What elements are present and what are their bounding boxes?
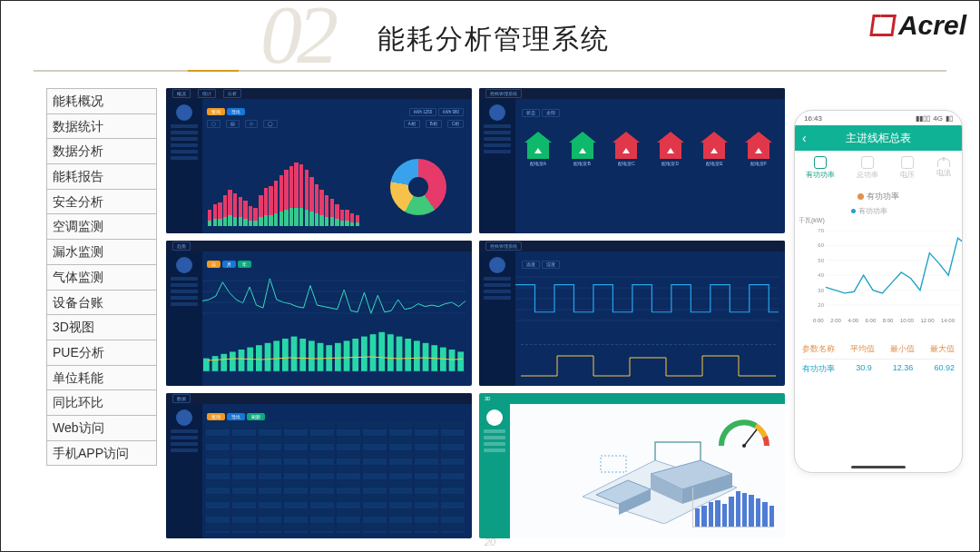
svg-text:40: 40: [818, 272, 824, 278]
screenshot-3d-view: 3D: [479, 393, 785, 538]
svg-text:20: 20: [818, 302, 824, 308]
slide-header: 02 能耗分析管理系统 Acrel: [1, 1, 979, 75]
house-icon: [524, 132, 552, 159]
menu-item: PUE分析: [46, 340, 157, 366]
menu-item: 能耗概况: [46, 89, 157, 114]
house-icon: [657, 132, 684, 159]
slide-number: 20: [485, 537, 495, 547]
screenshot-sidebar: [166, 99, 202, 233]
back-icon[interactable]: ‹: [802, 131, 807, 145]
stacked-bar-chart: [208, 163, 359, 226]
chart-series-legend: 有功功率: [795, 206, 962, 216]
menu-item: 手机APP访问: [46, 441, 157, 467]
slide: 02 能耗分析管理系统 Acrel 能耗概况 数据统计 数据分析 能耗报告 安全…: [0, 0, 980, 552]
svg-rect-0: [202, 271, 466, 324]
screenshot-room-status: 在线管理系统 状态全部 配电室A 配电室B 配电室C 配电室D 配电室E 配电室…: [479, 88, 785, 233]
phone-tabs: 有功功率 总功率 电压 电流: [795, 151, 962, 187]
menu-item: 数据统计: [46, 114, 157, 140]
screenshot-energy-overview: 概况统计分析 查询导出 kWh 1250kWh 980 ▢▤◇◯ A相B相C相: [166, 88, 472, 233]
phone-tab[interactable]: 电压: [900, 156, 915, 182]
status-time: 16:43: [804, 114, 822, 123]
menu-item: 安全分析: [46, 190, 157, 215]
brand-mark-icon: [869, 15, 896, 36]
network-label: 4G: [933, 114, 943, 123]
step-line-chart: [515, 271, 781, 333]
brand-name: Acrel: [898, 10, 966, 41]
svg-text:60: 60: [818, 242, 824, 248]
svg-text:50: 50: [818, 258, 824, 263]
menu-item: 空调监测: [46, 214, 157, 240]
svg-line-48: [744, 429, 757, 446]
menu-item: 设备台账: [46, 291, 157, 316]
dot-icon: [851, 209, 856, 213]
battery-icon: ▮▯: [946, 114, 953, 123]
data-table: [206, 422, 465, 533]
menu-item: 气体监测: [46, 265, 157, 291]
phone-tab[interactable]: 总功率: [857, 156, 878, 182]
dot-icon: [858, 193, 864, 200]
screenshot-data-table: 数据 查询导出刷新: [166, 393, 472, 538]
mini-bar-chart: [692, 488, 774, 527]
menu-item: 漏水监测: [46, 240, 157, 265]
home-indicator: [851, 466, 906, 468]
gauge-chart: [716, 415, 772, 451]
donut-chart: [390, 159, 446, 215]
tab-icon: [937, 158, 950, 167]
menu-item: 同比环比: [46, 390, 157, 416]
phone-stats-table: 参数名称 平均值 最小值 最大值 有功功率 30.9 12.36 60.92: [802, 340, 955, 379]
svg-text:70: 70: [818, 228, 824, 233]
tab-icon: [814, 156, 827, 169]
svg-text:30: 30: [818, 288, 824, 293]
phone-status-bar: 16:43 ▮▮▯▯ 4G ▮▯: [795, 111, 962, 125]
screenshot-square-wave: 在线管理系统 温度湿度: [479, 241, 785, 386]
feature-menu: 能耗概况 数据统计 数据分析 能耗报告 安全分析 空调监测 漏水监测 气体监测 …: [46, 88, 157, 538]
phone-title: 主进线柜总表: [846, 131, 911, 146]
house-status-row: 配电室A 配电室B 配电室C 配电室D 配电室E 配电室F: [524, 132, 772, 166]
phone-title-bar: ‹ 主进线柜总表: [795, 125, 962, 151]
house-icon: [612, 132, 640, 159]
phone-tab[interactable]: 电流: [936, 158, 951, 180]
svg-point-49: [742, 444, 746, 448]
chart-title: 有功功率: [795, 191, 962, 202]
signal-icon: ▮▮▯▯: [916, 114, 930, 123]
house-icon: [745, 132, 772, 159]
menu-item: 单位耗能: [46, 366, 157, 391]
phone-tab[interactable]: 有功功率: [806, 156, 835, 182]
screenshot-trend: 趋势 日月年: [166, 241, 472, 386]
screenshots-grid: 概况统计分析 查询导出 kWh 1250kWh 980 ▢▤◇◯ A相B相C相: [166, 88, 785, 538]
menu-item: Web访问: [46, 416, 157, 441]
phone-mockup: 16:43 ▮▮▯▯ 4G ▮▯ ‹ 主进线柜总表 有功功率 总功率 电压 电流…: [794, 110, 963, 473]
svg-rect-47: [601, 456, 626, 472]
tab-icon: [901, 156, 914, 169]
header-rule: [34, 70, 946, 72]
menu-item: 数据分析: [46, 139, 157, 164]
phone-line-chart: 千瓦(kW) 706050403020 0:002:004:006:008:00…: [795, 218, 962, 336]
tab-icon: [861, 156, 874, 169]
brand-logo: Acrel: [871, 10, 966, 41]
house-icon: [701, 132, 728, 159]
avatar-icon: [176, 104, 192, 121]
menu-item: 3D视图: [46, 315, 157, 340]
screenshot-tabbar: 概况统计分析: [166, 88, 472, 99]
spiky-line-chart: [202, 271, 468, 324]
menu-item: 能耗报告: [46, 164, 157, 190]
slide-title: 能耗分析管理系统: [377, 21, 610, 58]
house-icon: [569, 132, 596, 159]
slide-body: 能耗概况 数据统计 数据分析 能耗报告 安全分析 空调监测 漏水监测 气体监测 …: [46, 88, 963, 538]
